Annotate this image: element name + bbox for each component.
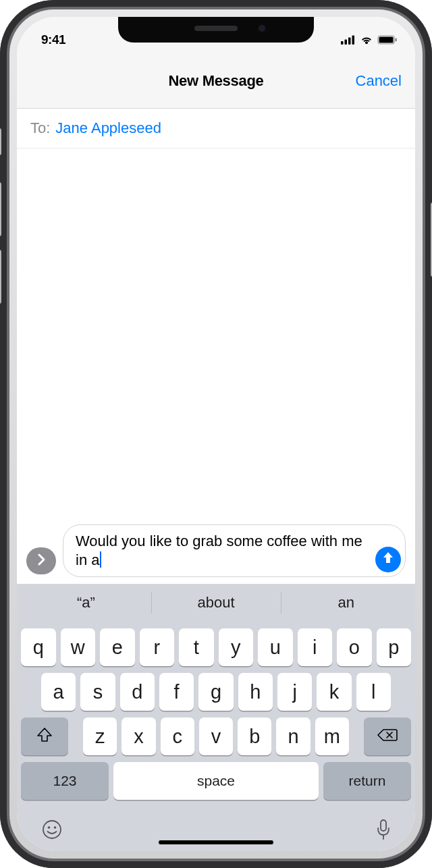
key-n[interactable]: n [276,717,310,755]
suggestion-bar: “a” about an [21,584,411,622]
status-time: 9:41 [41,32,65,47]
key-w[interactable]: w [61,628,96,666]
key-x[interactable]: x [122,717,155,755]
to-label: To: [30,119,50,137]
to-recipient[interactable]: Jane Appleseed [55,119,161,137]
key-c[interactable]: c [161,717,194,755]
expand-apps-button[interactable] [26,547,56,574]
key-y[interactable]: y [219,628,254,666]
key-i[interactable]: i [298,628,333,666]
numbers-key[interactable]: 123 [21,762,109,800]
conversation-area[interactable] [17,148,415,519]
content-area: To: Jane Appleseed Would you like to gra… [17,109,415,851]
notch [118,17,314,43]
shift-key[interactable] [21,717,68,755]
key-r[interactable]: r [140,628,175,666]
key-f[interactable]: f [159,673,194,711]
return-key[interactable]: return [323,762,411,800]
keyboard: “a” about an q w e r t y u i o p [17,584,415,851]
emoji-button[interactable] [41,819,63,843]
compose-bar: Would you like to grab some coffee with … [17,519,415,584]
wifi-icon [360,35,373,45]
nav-bar: New Message Cancel [17,53,415,109]
backspace-icon [377,728,398,745]
key-p[interactable]: p [377,628,412,666]
side-button [0,128,1,155]
status-right [341,35,398,45]
shift-icon [36,728,53,746]
svg-rect-1 [345,40,348,45]
chevron-right-icon [36,553,46,568]
message-text: Would you like to grab some coffee with … [76,533,362,568]
device-frame: 9:41 New Message Cancel To: Jane Applese… [0,0,432,868]
to-field[interactable]: To: Jane Appleseed [17,109,415,148]
key-l[interactable]: l [356,673,391,711]
key-h[interactable]: h [238,673,273,711]
key-e[interactable]: e [100,628,135,666]
key-v[interactable]: v [199,717,233,755]
cancel-button[interactable]: Cancel [356,72,402,90]
svg-rect-10 [381,820,386,831]
backspace-key[interactable] [364,717,411,755]
side-button [0,250,1,304]
text-caret [100,551,101,568]
svg-point-7 [43,821,61,838]
send-button[interactable] [375,547,401,572]
svg-rect-2 [348,38,351,45]
svg-rect-5 [379,37,394,43]
battery-icon [377,35,398,45]
speaker-slot [194,26,238,31]
key-t[interactable]: t [179,628,214,666]
key-k[interactable]: k [317,673,351,711]
front-camera [257,24,267,33]
dictation-button[interactable] [376,819,391,843]
page-title: New Message [169,72,264,90]
svg-rect-6 [396,38,397,42]
key-a[interactable]: a [41,673,76,711]
svg-point-8 [48,826,51,829]
message-input[interactable]: Would you like to grab some coffee with … [63,524,406,577]
home-indicator[interactable] [159,840,273,844]
key-g[interactable]: g [198,673,233,711]
space-key[interactable]: space [113,762,319,800]
key-j[interactable]: j [277,673,312,711]
cellular-icon [341,35,356,45]
key-s[interactable]: s [80,673,115,711]
key-u[interactable]: u [258,628,293,666]
side-button [0,182,1,236]
key-q[interactable]: q [21,628,56,666]
svg-rect-3 [352,36,355,45]
key-b[interactable]: b [238,717,271,755]
svg-point-9 [54,826,57,829]
svg-rect-0 [341,41,344,45]
suggestion-1[interactable]: about [151,584,281,622]
key-o[interactable]: o [337,628,372,666]
key-d[interactable]: d [120,673,155,711]
suggestion-0[interactable]: “a” [21,584,151,622]
key-m[interactable]: m [315,717,349,755]
screen: 9:41 New Message Cancel To: Jane Applese… [17,17,415,851]
arrow-up-icon [382,550,394,569]
key-z[interactable]: z [83,717,117,755]
suggestion-2[interactable]: an [281,584,411,622]
